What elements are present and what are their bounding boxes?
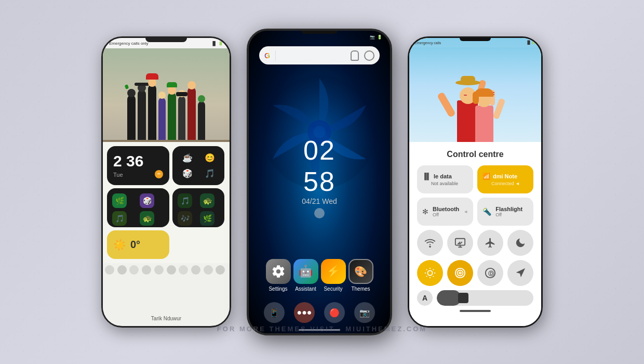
svg-point-16 bbox=[455, 268, 465, 278]
clock-day: Tue bbox=[113, 172, 123, 178]
phone2-search-bar[interactable]: G bbox=[259, 46, 380, 64]
cc-wifi-btn[interactable] bbox=[417, 230, 443, 256]
cc-home-bar[interactable] bbox=[460, 310, 491, 312]
phone1-widgets: 2 36 Tue ✏ ☕ 😊 🎲 🎵 🌿 bbox=[103, 142, 230, 263]
phone2-apps: Settings 🤖 Assistant ⚡ Security 🎨 bbox=[264, 259, 374, 292]
wifi-icon: 📶 bbox=[482, 173, 490, 180]
svg-point-18 bbox=[459, 272, 461, 274]
flashlight-status: Off bbox=[495, 212, 528, 217]
emoji-music: 🎵 bbox=[199, 166, 220, 181]
cc-moon-btn[interactable] bbox=[507, 230, 533, 256]
cc-brightness-slider[interactable] bbox=[437, 290, 533, 306]
security-icon[interactable]: ⚡ bbox=[321, 259, 346, 284]
search-divider bbox=[275, 50, 276, 61]
google-logo: G bbox=[264, 51, 270, 60]
emoji-smile: 😊 bbox=[199, 150, 220, 165]
phone2-dock: 📱 ●●● 🔴 📷 bbox=[259, 302, 380, 323]
phone2-app-assistant[interactable]: 🤖 Assistant bbox=[293, 259, 318, 292]
bluetooth-status: Off bbox=[433, 212, 459, 217]
dock-icon-1[interactable]: 📱 bbox=[264, 302, 285, 323]
wifi-name: dmi Note bbox=[493, 173, 517, 179]
app-music2[interactable]: 🎵 bbox=[112, 211, 127, 226]
brightness-thumb[interactable] bbox=[458, 293, 468, 303]
control-centre-title: Control centre bbox=[417, 150, 533, 159]
phones-container: Emergency calls only ▐▌ 🔋 bbox=[101, 29, 543, 335]
cc-mobile-data-tile[interactable]: ▐▌ le data Not available bbox=[417, 165, 473, 193]
themes-icon[interactable]: 🎨 bbox=[348, 259, 373, 284]
svg-point-7 bbox=[427, 270, 432, 275]
cc-screen-btn[interactable] bbox=[447, 230, 473, 256]
flashlight-label: Flashlight bbox=[495, 206, 528, 212]
phone2-app-security[interactable]: ⚡ Security bbox=[321, 259, 346, 292]
phone3-hero: Emergency calls ▐▌🔋 bbox=[409, 38, 541, 142]
cc-wifi-tile[interactable]: 📶 dmi Note Connected ◄ bbox=[477, 165, 533, 193]
phone1-status-text: Emergency calls only bbox=[109, 41, 149, 46]
settings-icon[interactable] bbox=[266, 259, 291, 284]
app-turtle[interactable]: 🐢 bbox=[140, 211, 154, 226]
cc-flashlight-tile[interactable]: 🔦 Flashlight Off bbox=[477, 198, 533, 226]
settings-label: Settings bbox=[269, 286, 287, 292]
phone1-doodle-area: Tarik Nduwur bbox=[103, 263, 230, 326]
cc-brightness-btn[interactable] bbox=[417, 260, 443, 286]
brightness-a-label: A bbox=[422, 294, 427, 302]
cc-brightness-min-icon: A bbox=[417, 290, 433, 306]
phone2-date: 04/21 Wed bbox=[284, 197, 355, 205]
dock-icon-3[interactable]: 🔴 bbox=[324, 302, 345, 323]
emoji-widget[interactable]: ☕ 😊 🎲 🎵 bbox=[172, 146, 224, 185]
cc-location-btn[interactable] bbox=[507, 260, 533, 286]
wifi-status: Connected ◄ bbox=[482, 181, 528, 186]
dock-icon-4[interactable]: 📷 bbox=[354, 302, 375, 323]
phone1: Emergency calls only ▐▌ 🔋 bbox=[101, 36, 231, 328]
svg-line-10 bbox=[426, 269, 427, 270]
phone3-signal: ▐▌🔋 bbox=[526, 41, 536, 45]
phone2: 📷 🔋 G bbox=[247, 29, 392, 335]
mobile-data-icon: ▐▌ bbox=[422, 173, 431, 180]
dock-icon-2[interactable]: ●●● bbox=[294, 302, 315, 323]
bt-expand-icon: ◄ bbox=[463, 209, 468, 214]
cc-brightness-fill bbox=[437, 290, 461, 306]
phone2-app-settings[interactable]: Settings bbox=[266, 259, 291, 292]
cc-bluetooth-tile[interactable]: ✻ Bluetooth Off ◄ bbox=[417, 198, 473, 226]
cc-brightness-row: A bbox=[417, 290, 533, 306]
bluetooth-text: Bluetooth Off bbox=[433, 206, 459, 217]
clock-widget[interactable]: 2 36 Tue ✏ bbox=[107, 146, 169, 185]
weather-widget[interactable]: ☀️ 0° bbox=[107, 230, 169, 259]
phone2-screen: 📷 🔋 G bbox=[249, 31, 390, 333]
app-dice[interactable]: 🎲 bbox=[140, 193, 154, 208]
app-plant[interactable]: 🌿 bbox=[112, 193, 127, 208]
cc-network-row: ▐▌ le data Not available 📶 dmi Note Conn… bbox=[417, 165, 533, 193]
emoji-coffee: ☕ bbox=[177, 150, 198, 165]
svg-line-14 bbox=[426, 276, 427, 277]
cc-quick-toggles-2: Ⓓ bbox=[417, 260, 533, 286]
mobile-data-subtitle: Not available bbox=[422, 181, 468, 186]
svg-point-3 bbox=[430, 246, 431, 247]
phone2-edit-icon[interactable] bbox=[314, 208, 325, 218]
flashlight-text: Flashlight Off bbox=[495, 206, 528, 217]
apps-widget[interactable]: 🌿 🎲 🎵 🐢 bbox=[107, 188, 169, 227]
cc-bt-flash-row: ✻ Bluetooth Off ◄ 🔦 Flashlight Off bbox=[417, 198, 533, 226]
phone1-signal-icons: ▐▌ 🔋 bbox=[211, 41, 223, 46]
phone2-clock: 02 58 04/21 Wed bbox=[284, 135, 355, 218]
flashlight-icon: 🔦 bbox=[482, 207, 491, 216]
assistant-label: Assistant bbox=[295, 286, 316, 292]
voice-search-icon[interactable] bbox=[351, 50, 359, 61]
phone3: Emergency calls ▐▌🔋 bbox=[408, 36, 543, 328]
music-widget[interactable]: 🎵 🐢 🎶 🌿 bbox=[172, 188, 224, 227]
svg-line-15 bbox=[433, 269, 434, 270]
themes-label: Themes bbox=[351, 286, 370, 292]
phone1-user-name: Tarik Nduwur bbox=[151, 316, 181, 321]
cc-target-btn[interactable] bbox=[447, 260, 473, 286]
svg-point-17 bbox=[458, 270, 463, 276]
emoji-dice: 🎲 bbox=[177, 166, 198, 181]
bluetooth-icon: ✻ bbox=[422, 207, 428, 216]
watermark: FOR MORE THEMES VISIT - MIUITHEMEZ.COM bbox=[217, 325, 427, 333]
phone2-app-themes[interactable]: 🎨 Themes bbox=[348, 259, 373, 292]
assistant-icon[interactable]: 🤖 bbox=[293, 259, 318, 284]
svg-text:Ⓓ: Ⓓ bbox=[488, 270, 494, 277]
bluetooth-label: Bluetooth bbox=[433, 206, 459, 212]
weather-temperature: 0° bbox=[130, 239, 140, 251]
cc-airplane-btn[interactable] bbox=[477, 230, 503, 256]
cc-dollar-btn[interactable]: Ⓓ bbox=[477, 260, 503, 286]
mobile-data-title: le data bbox=[434, 173, 452, 179]
lens-icon[interactable] bbox=[364, 50, 374, 61]
